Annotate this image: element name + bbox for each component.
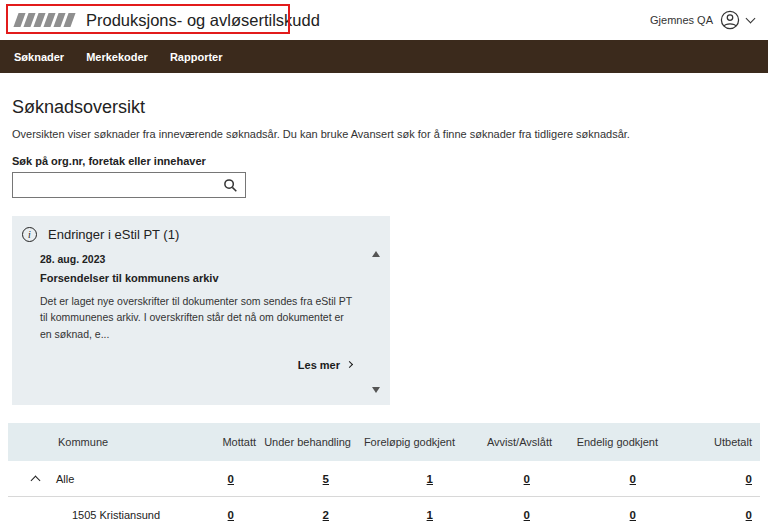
col-endelig-godkjent: Endelig godkjent <box>560 436 666 448</box>
count-link[interactable]: 0 <box>746 509 752 521</box>
col-utbetalt: Utbetalt <box>666 436 760 448</box>
count-link[interactable]: 0 <box>630 509 636 521</box>
chevron-up-icon <box>31 476 41 486</box>
col-avvist-avslatt: Avvist/Avslått <box>463 436 560 448</box>
count-link[interactable]: 5 <box>323 473 329 485</box>
app-title: Produksjons- og avløsertilskudd <box>86 11 320 30</box>
scroll-down-icon[interactable] <box>372 387 380 393</box>
chevron-right-icon <box>346 361 353 368</box>
brand: Produksjons- og avløsertilskudd <box>10 11 320 30</box>
page-description: Oversikten viser søknader fra inneværend… <box>12 128 756 140</box>
notice-text: Det er laget nye overskrifter til dokume… <box>40 293 358 342</box>
nav-item-rapporter[interactable]: Rapporter <box>170 51 223 63</box>
notice-title: Endringer i eStil PT (1) <box>48 227 179 242</box>
count-link[interactable]: 0 <box>746 473 752 485</box>
table-row: Alle 0 5 1 0 0 0 <box>8 461 760 497</box>
notice-body: 28. aug. 2023 Forsendelser til kommunens… <box>22 251 382 393</box>
collapse-row-button[interactable] <box>30 471 41 486</box>
count-link[interactable]: 0 <box>630 473 636 485</box>
search-input[interactable] <box>13 173 215 197</box>
kommune-name: Alle <box>56 473 74 485</box>
user-icon <box>720 10 740 30</box>
count-link[interactable]: 0 <box>228 509 234 521</box>
notice-subject: Forsendelser til kommunens arkiv <box>40 272 358 284</box>
count-link[interactable]: 0 <box>524 473 530 485</box>
main-content: Søknadsoversikt Oversikten viser søknade… <box>0 97 768 405</box>
notice-scrollbar[interactable] <box>370 251 382 393</box>
col-under-behandling: Under behandling <box>264 436 359 448</box>
search-box <box>12 172 246 198</box>
user-menu[interactable]: Gjemnes QA <box>650 10 754 30</box>
table-row: 1505 Kristiansund 0 2 1 0 0 0 <box>8 497 760 522</box>
count-link[interactable]: 1 <box>427 509 433 521</box>
info-icon: i <box>22 227 37 242</box>
top-header: Produksjons- og avløsertilskudd Gjemnes … <box>0 0 768 40</box>
search-label: Søk på org.nr, foretak eller innehaver <box>12 155 756 167</box>
count-link[interactable]: 0 <box>524 509 530 521</box>
read-more-link[interactable]: Les mer <box>40 358 358 372</box>
search-button[interactable] <box>215 173 245 197</box>
count-link[interactable]: 2 <box>323 509 329 521</box>
nav-item-soknader[interactable]: Søknader <box>14 51 64 63</box>
status-table: Kommune Mottatt Under behandling Foreløp… <box>8 423 760 522</box>
chevron-down-icon <box>746 13 756 23</box>
logo <box>16 13 73 27</box>
col-mottatt: Mottatt <box>178 436 264 448</box>
main-nav: Søknader Merkekoder Rapporter <box>0 40 768 73</box>
search-icon <box>223 178 238 193</box>
notice-header: i Endringer i eStil PT (1) <box>22 227 382 242</box>
count-link[interactable]: 0 <box>228 473 234 485</box>
user-name: Gjemnes QA <box>650 14 713 26</box>
col-forelopig-godkjent: Foreløpig godkjent <box>359 436 463 448</box>
table-header-row: Kommune Mottatt Under behandling Foreløp… <box>8 423 760 461</box>
page-title: Søknadsoversikt <box>12 97 756 118</box>
col-kommune: Kommune <box>8 436 178 448</box>
nav-item-merkekoder[interactable]: Merkekoder <box>86 51 148 63</box>
notice-date: 28. aug. 2023 <box>40 253 358 265</box>
scroll-up-icon[interactable] <box>372 251 380 257</box>
count-link[interactable]: 1 <box>427 473 433 485</box>
notice-panel: i Endringer i eStil PT (1) 28. aug. 2023… <box>12 216 390 405</box>
kommune-name: 1505 Kristiansund <box>8 509 178 521</box>
